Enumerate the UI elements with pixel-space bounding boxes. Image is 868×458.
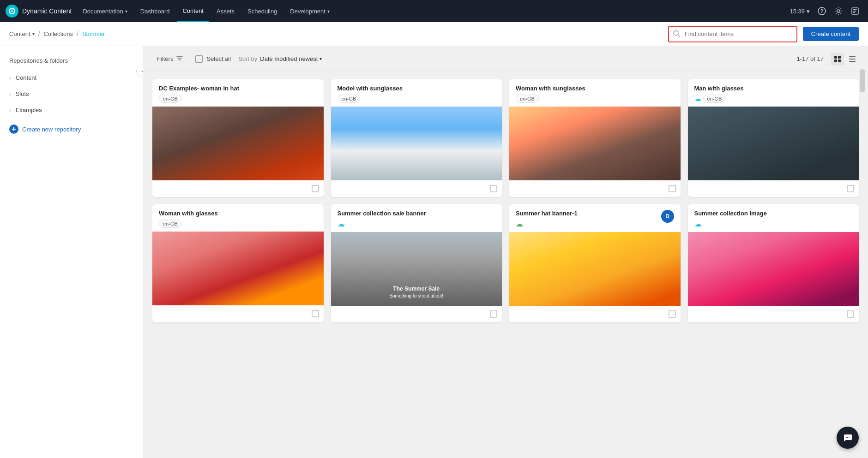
avatar: D bbox=[661, 210, 674, 223]
svg-rect-14 bbox=[849, 56, 856, 57]
help-icon-btn[interactable]: ? bbox=[814, 4, 829, 18]
card-image: The Summer Sale Something to shout about… bbox=[331, 232, 502, 306]
list-item[interactable]: Summer hat banner-1 ☁ D bbox=[509, 204, 681, 322]
svg-point-19 bbox=[849, 437, 850, 438]
list-item[interactable]: DC Examples- woman in hat en-GB bbox=[152, 79, 324, 197]
scroll-indicator[interactable] bbox=[860, 69, 865, 92]
breadcrumb-content[interactable]: Content ▾ bbox=[9, 30, 35, 37]
breadcrumb-bar: Content ▾ / Collections / Summer Create … bbox=[0, 22, 868, 46]
card-image bbox=[152, 232, 324, 305]
card-locale-badge: en-GB bbox=[159, 220, 182, 228]
content-toolbar: Filters Select all Sort by Date modified… bbox=[143, 46, 868, 72]
create-content-button[interactable]: Create content bbox=[803, 27, 859, 41]
svg-point-18 bbox=[847, 437, 848, 438]
card-checkbox[interactable] bbox=[847, 185, 854, 192]
search-icon bbox=[673, 30, 680, 38]
breadcrumb-collections[interactable]: Collections bbox=[43, 30, 73, 37]
card-grid: DC Examples- woman in hat en-GB Model wi… bbox=[143, 72, 868, 330]
list-item[interactable]: Summer collection image ☁ bbox=[688, 204, 859, 322]
sidebar-item-examples[interactable]: › Examples bbox=[0, 102, 143, 118]
card-title: Woman with sunglasses bbox=[516, 85, 674, 92]
card-checkbox[interactable] bbox=[669, 185, 676, 192]
nav-item-dashboard[interactable]: Dashboard bbox=[135, 0, 175, 22]
chevron-down-icon: ▾ bbox=[125, 9, 127, 14]
chat-support-button[interactable] bbox=[837, 427, 859, 449]
chevron-right-icon: › bbox=[9, 91, 11, 97]
card-checkbox[interactable] bbox=[847, 310, 854, 318]
main-layout: Repositories & folders › Content › Slots… bbox=[0, 46, 868, 458]
filter-icon bbox=[176, 54, 183, 63]
sort-wrap: Sort by Date modified newest ▾ bbox=[238, 55, 322, 62]
card-title: Summer collection sale banner bbox=[338, 210, 496, 217]
sidebar: Repositories & folders › Content › Slots… bbox=[0, 46, 143, 458]
card-title: DC Examples- woman in hat bbox=[159, 85, 317, 92]
sort-dropdown[interactable]: Date modified newest ▾ bbox=[260, 55, 322, 62]
card-checkbox[interactable] bbox=[669, 310, 676, 318]
list-view-button[interactable] bbox=[846, 53, 859, 65]
breadcrumb-sep-1: / bbox=[38, 30, 40, 38]
card-checkbox[interactable] bbox=[312, 310, 319, 317]
chevron-down-icon: ▾ bbox=[327, 9, 330, 14]
nav-time: 15:39 ▾ bbox=[790, 8, 810, 15]
svg-text:?: ? bbox=[820, 8, 824, 14]
card-image bbox=[509, 107, 681, 180]
list-item[interactable]: Woman with sunglasses en-GB bbox=[509, 79, 681, 197]
nav-item-scheduling[interactable]: Scheduling bbox=[242, 0, 283, 22]
search-box bbox=[668, 26, 797, 42]
user-icon-btn[interactable] bbox=[848, 4, 862, 18]
card-checkbox[interactable] bbox=[490, 310, 497, 318]
sidebar-item-content[interactable]: › Content bbox=[0, 70, 143, 86]
card-locale-badge: en-GB bbox=[159, 95, 182, 103]
chevron-right-icon: › bbox=[9, 75, 11, 81]
content-area: Filters Select all Sort by Date modified… bbox=[143, 46, 868, 458]
card-image bbox=[152, 107, 324, 180]
card-checkbox[interactable] bbox=[490, 185, 497, 192]
list-item[interactable]: Model with sunglasses en-GB bbox=[331, 79, 502, 197]
breadcrumb-dropdown-icon: ▾ bbox=[32, 31, 35, 36]
sidebar-item-slots[interactable]: › Slots bbox=[0, 86, 143, 102]
list-item[interactable]: Man with glasses ☁ en-GB bbox=[688, 79, 859, 197]
card-title: Summer collection image bbox=[694, 210, 853, 217]
logo-text: Dynamic Content bbox=[22, 7, 72, 15]
filters-button[interactable]: Filters bbox=[152, 52, 188, 66]
svg-rect-11 bbox=[838, 56, 841, 59]
top-nav: Dynamic Content Documentation ▾ Dashboar… bbox=[0, 0, 868, 22]
svg-line-9 bbox=[678, 35, 680, 36]
card-cloud-icon: ☁ bbox=[516, 220, 578, 228]
cloud-icon: ☁ bbox=[694, 95, 701, 103]
card-image bbox=[688, 232, 859, 306]
card-title: Man with glasses bbox=[694, 85, 853, 92]
nav-item-content[interactable]: Content bbox=[177, 0, 209, 22]
breadcrumb-label-content: Content bbox=[9, 30, 30, 37]
card-image bbox=[688, 107, 859, 180]
chevron-right-icon: › bbox=[9, 107, 11, 113]
breadcrumb-summer[interactable]: Summer bbox=[82, 30, 105, 37]
settings-icon-btn[interactable] bbox=[831, 4, 846, 18]
card-cloud-icon: ☁ bbox=[694, 220, 853, 228]
card-cloud-locale: ☁ en-GB bbox=[694, 95, 726, 103]
select-all-wrap[interactable]: Select all bbox=[195, 55, 231, 63]
list-item[interactable]: Summer collection sale banner ☁ The Summ… bbox=[331, 204, 502, 322]
grid-view-button[interactable] bbox=[831, 53, 844, 65]
svg-rect-10 bbox=[834, 56, 837, 59]
card-locale-badge: en-GB bbox=[516, 95, 539, 103]
card-checkbox[interactable] bbox=[312, 185, 319, 192]
breadcrumb-sep-2: / bbox=[77, 30, 78, 38]
svg-point-3 bbox=[837, 10, 840, 12]
card-image bbox=[331, 107, 502, 180]
select-all-checkbox[interactable] bbox=[195, 55, 203, 63]
create-repository-button[interactable]: + Create new repository bbox=[0, 120, 143, 138]
nav-item-documentation[interactable]: Documentation ▾ bbox=[77, 0, 133, 22]
svg-point-17 bbox=[846, 437, 847, 438]
search-input[interactable] bbox=[668, 26, 797, 42]
time-dropdown-icon[interactable]: ▾ bbox=[807, 8, 810, 15]
svg-rect-13 bbox=[838, 59, 841, 62]
nav-logo[interactable]: Dynamic Content bbox=[6, 5, 72, 18]
svg-rect-12 bbox=[834, 59, 837, 62]
nav-item-assets[interactable]: Assets bbox=[211, 0, 240, 22]
card-locale-badge: en-GB bbox=[338, 95, 361, 103]
card-title: Model with sunglasses bbox=[338, 85, 496, 92]
nav-item-development[interactable]: Development ▾ bbox=[284, 0, 335, 22]
list-item[interactable]: Woman with glasses en-GB bbox=[152, 204, 324, 322]
plus-circle-icon: + bbox=[9, 125, 18, 134]
